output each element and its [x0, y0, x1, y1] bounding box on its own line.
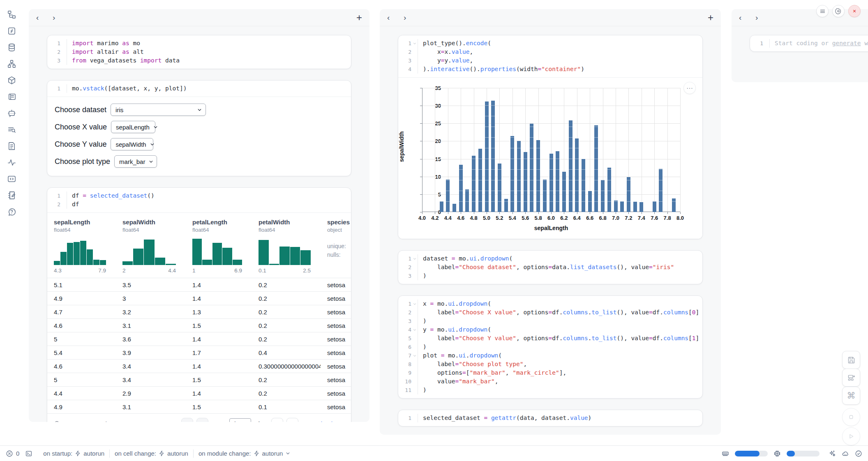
code-line[interactable]: 1selected_dataset = getattr(data, datase… — [401, 414, 698, 422]
code-line[interactable]: 1plot_type().encode( — [401, 39, 698, 48]
code-line[interactable]: 3from vega_datasets import data — [50, 56, 347, 65]
dropdown-select[interactable]: sepalWidth — [111, 138, 153, 150]
chart-bar[interactable] — [478, 149, 482, 212]
chart-bar[interactable] — [582, 159, 585, 212]
column-next-icon[interactable]: › — [53, 13, 69, 22]
chart-bar[interactable] — [491, 101, 495, 212]
logs-icon[interactable] — [6, 91, 17, 102]
cell-plot[interactable]: 1plot_type().encode(2 x=x.value,3 y=y.va… — [398, 35, 703, 239]
chart-bar[interactable] — [498, 164, 501, 212]
tracing-icon[interactable] — [6, 157, 17, 168]
dropdown-select[interactable]: iris — [111, 104, 206, 116]
column-prev-icon[interactable]: ‹ — [739, 13, 755, 22]
chart-bar[interactable] — [556, 151, 559, 212]
chart-bar[interactable] — [440, 201, 443, 212]
terminal-button[interactable] — [25, 450, 32, 457]
autorun-setting[interactable]: on cell change:autorun — [110, 450, 193, 457]
code-line[interactable]: 10 value="mark_bar", — [401, 377, 698, 386]
code-line[interactable]: 8 label="Choose plot type", — [401, 360, 698, 369]
column-prev-icon[interactable]: ‹ — [36, 13, 53, 22]
chart-bar[interactable] — [588, 191, 592, 212]
chart-bar[interactable] — [653, 201, 656, 212]
chart-plot-area[interactable] — [422, 88, 680, 212]
page-select[interactable]: 1 — [229, 418, 251, 422]
chart-bar[interactable] — [504, 199, 508, 212]
chart-bar[interactable] — [575, 138, 579, 212]
chart-bar[interactable] — [459, 165, 463, 212]
previous-page-button[interactable]: ‹ — [196, 418, 208, 422]
code-line[interactable]: 2 label="Choose dataset", options=data.l… — [401, 263, 698, 272]
fold-chevron-icon[interactable] — [411, 254, 418, 263]
cell-vstack[interactable]: 1mo.vstack([dataset, x, y, plot]) Choose… — [47, 80, 351, 176]
chart-bar[interactable] — [672, 198, 676, 212]
chart-bar[interactable] — [607, 168, 611, 212]
chart-bar[interactable] — [601, 180, 605, 212]
ai-chat-icon[interactable] — [6, 108, 17, 118]
file-explorer-icon[interactable] — [6, 9, 17, 20]
chart-bar[interactable] — [594, 125, 598, 212]
chart-bar[interactable] — [517, 141, 521, 212]
help-icon[interactable] — [6, 206, 17, 217]
code-line[interactable]: 7plot = mo.ui.dropdown( — [401, 351, 698, 360]
generate-link[interactable]: generate — [832, 40, 861, 46]
run-button[interactable] — [842, 427, 860, 445]
chart-bar[interactable] — [614, 201, 618, 212]
runtime-cloud-icon[interactable] — [842, 450, 849, 457]
settings-gear-button[interactable] — [832, 5, 845, 17]
code-line[interactable]: 6) — [401, 343, 698, 351]
shutdown-close-button[interactable]: × — [848, 5, 861, 17]
layout-button[interactable] — [842, 369, 860, 387]
ai-sparkles-icon[interactable] — [829, 450, 836, 457]
code-line[interactable]: 1mo.vstack([dataset, x, y, plot]) — [50, 84, 347, 93]
code-line[interactable]: 9 options=["mark_bar", "mark_circle"], — [401, 369, 698, 377]
scratchpad-icon[interactable] — [6, 190, 17, 201]
packages-icon[interactable] — [6, 75, 17, 85]
chart-bar[interactable] — [446, 180, 450, 212]
chart-actions-button[interactable]: ⋯ — [683, 82, 696, 94]
cell-empty[interactable]: 1 Start coding or generate with AI. — [750, 35, 868, 52]
chart-bar[interactable] — [562, 172, 566, 212]
code-line[interactable]: 11) — [401, 386, 698, 394]
fold-chevron-icon[interactable] — [411, 39, 418, 48]
code-line[interactable]: 3) — [401, 272, 698, 280]
code-line[interactable]: 1x = mo.ui.dropdown( — [401, 300, 698, 308]
dependency-graph-icon[interactable] — [6, 58, 17, 69]
snippets-icon[interactable] — [6, 173, 17, 184]
chart-bar[interactable] — [627, 177, 630, 212]
keyboard-shortcuts-button[interactable]: ⌘ — [842, 387, 860, 405]
table-column-header[interactable]: petalLengthfloat6416.9 — [186, 219, 252, 278]
table-column-header[interactable]: petalWidthfloat640.12.5 — [252, 219, 321, 278]
chart-bar[interactable] — [639, 202, 643, 212]
code-line[interactable]: 5 label="Choose Y value", options=df.col… — [401, 334, 698, 343]
add-cell-icon[interactable]: + — [708, 13, 713, 23]
cell-dataframe[interactable]: 1df = selected_dataset()2df sepalLengthf… — [47, 187, 351, 422]
stop-button[interactable] — [842, 408, 860, 426]
table-of-contents-icon[interactable] — [6, 124, 17, 135]
variables-icon[interactable] — [6, 25, 17, 36]
code-line[interactable]: 1df = selected_dataset() — [50, 191, 347, 200]
first-page-button[interactable]: « — [181, 418, 193, 422]
cell-selected-dataset[interactable]: 1selected_dataset = getattr(data, datase… — [398, 410, 703, 426]
table-column-header[interactable]: speciesobjectunique:nulls: — [321, 219, 351, 278]
chart-bar[interactable] — [524, 152, 527, 212]
download-button[interactable]: Download — [305, 420, 344, 422]
connection-status-icon[interactable] — [855, 450, 862, 457]
error-indicator[interactable]: 0 — [6, 450, 19, 457]
chart-bar[interactable] — [633, 202, 637, 212]
dropdown-select[interactable]: mark_bar — [114, 155, 157, 168]
cell-imports[interactable]: 1import marimo as mo2import altair as al… — [47, 35, 351, 69]
last-page-button[interactable]: » — [286, 418, 298, 422]
dropdown-select[interactable]: sepalLength — [111, 121, 155, 133]
column-prev-icon[interactable]: ‹ — [387, 13, 404, 22]
table-column-header[interactable]: sepalWidthfloat6424.4 — [116, 219, 186, 278]
column-next-icon[interactable]: › — [404, 13, 420, 22]
add-cell-icon[interactable]: + — [356, 13, 362, 23]
chart-bar[interactable] — [465, 189, 469, 212]
code-line[interactable]: 3 y=y.value, — [401, 56, 698, 65]
cell-dataset-dropdown[interactable]: 1dataset = mo.ui.dropdown(2 label="Choos… — [398, 250, 703, 284]
datasources-icon[interactable] — [6, 42, 17, 53]
chart-bar[interactable] — [659, 169, 663, 212]
code-line[interactable]: 4y = mo.ui.dropdown( — [401, 325, 698, 334]
code-line[interactable]: 1import marimo as mo — [50, 39, 347, 48]
cell-xy-plot-dropdowns[interactable]: 1x = mo.ui.dropdown(2 label="Choose X va… — [398, 295, 703, 399]
